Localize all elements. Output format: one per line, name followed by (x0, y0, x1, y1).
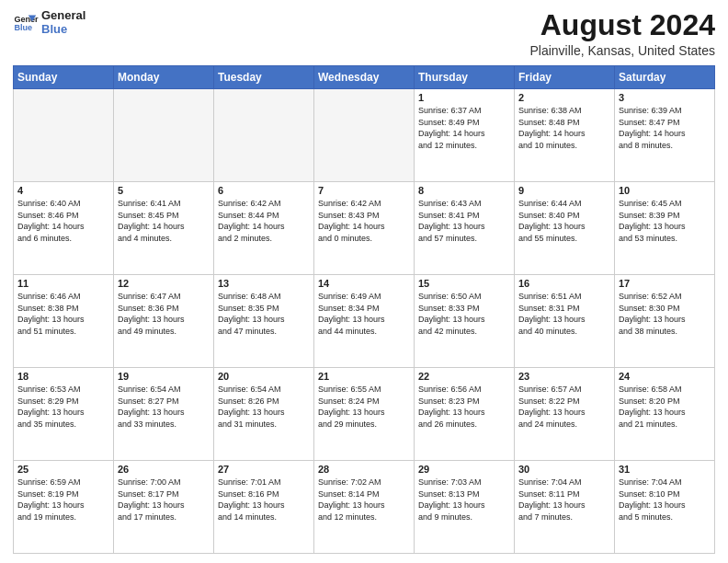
calendar-cell: 28Sunrise: 7:02 AM Sunset: 8:14 PM Dayli… (314, 461, 415, 554)
main-title: August 2024 (529, 9, 715, 41)
day-number: 24 (619, 371, 711, 382)
logo-general: General (41, 9, 85, 23)
weekday-header-thursday: Thursday (415, 66, 515, 89)
logo-icon: General Blue (13, 10, 39, 36)
day-info: Sunrise: 6:52 AM Sunset: 8:30 PM Dayligh… (619, 291, 711, 337)
day-info: Sunrise: 6:44 AM Sunset: 8:40 PM Dayligh… (518, 198, 610, 244)
day-number: 19 (118, 371, 210, 382)
calendar-cell: 30Sunrise: 7:04 AM Sunset: 8:11 PM Dayli… (515, 461, 615, 554)
header: General Blue General Blue August 2024 Pl… (13, 9, 715, 58)
calendar-cell: 9Sunrise: 6:44 AM Sunset: 8:40 PM Daylig… (515, 182, 615, 275)
weekday-header-sunday: Sunday (14, 66, 114, 89)
weekday-header-row: SundayMondayTuesdayWednesdayThursdayFrid… (14, 66, 715, 89)
day-number: 11 (17, 278, 109, 289)
subtitle: Plainville, Kansas, United States (529, 43, 715, 58)
calendar-week-1: 1Sunrise: 6:37 AM Sunset: 8:49 PM Daylig… (14, 89, 715, 182)
logo: General Blue General Blue (13, 9, 85, 37)
day-info: Sunrise: 6:46 AM Sunset: 8:38 PM Dayligh… (17, 291, 109, 337)
calendar-table: SundayMondayTuesdayWednesdayThursdayFrid… (13, 65, 715, 554)
day-info: Sunrise: 6:51 AM Sunset: 8:31 PM Dayligh… (518, 291, 610, 337)
day-info: Sunrise: 6:42 AM Sunset: 8:44 PM Dayligh… (218, 198, 310, 244)
calendar-cell (114, 89, 214, 182)
calendar-cell: 25Sunrise: 6:59 AM Sunset: 8:19 PM Dayli… (14, 461, 114, 554)
day-info: Sunrise: 7:00 AM Sunset: 8:17 PM Dayligh… (118, 477, 210, 523)
calendar-cell: 20Sunrise: 6:54 AM Sunset: 8:26 PM Dayli… (214, 368, 314, 461)
calendar-cell: 10Sunrise: 6:45 AM Sunset: 8:39 PM Dayli… (615, 182, 715, 275)
day-number: 26 (118, 464, 210, 475)
calendar-cell: 4Sunrise: 6:40 AM Sunset: 8:46 PM Daylig… (14, 182, 114, 275)
calendar-cell (214, 89, 314, 182)
page: General Blue General Blue August 2024 Pl… (0, 0, 728, 563)
calendar-cell: 12Sunrise: 6:47 AM Sunset: 8:36 PM Dayli… (114, 275, 214, 368)
day-number: 13 (218, 278, 310, 289)
weekday-header-tuesday: Tuesday (214, 66, 314, 89)
calendar-week-5: 25Sunrise: 6:59 AM Sunset: 8:19 PM Dayli… (14, 461, 715, 554)
day-number: 12 (118, 278, 210, 289)
day-info: Sunrise: 6:54 AM Sunset: 8:27 PM Dayligh… (118, 384, 210, 430)
day-number: 17 (619, 278, 711, 289)
weekday-header-friday: Friday (515, 66, 615, 89)
day-info: Sunrise: 6:42 AM Sunset: 8:43 PM Dayligh… (318, 198, 410, 244)
day-info: Sunrise: 6:45 AM Sunset: 8:39 PM Dayligh… (619, 198, 711, 244)
day-number: 7 (318, 185, 410, 196)
calendar-cell: 17Sunrise: 6:52 AM Sunset: 8:30 PM Dayli… (615, 275, 715, 368)
day-info: Sunrise: 6:47 AM Sunset: 8:36 PM Dayligh… (118, 291, 210, 337)
day-info: Sunrise: 6:56 AM Sunset: 8:23 PM Dayligh… (418, 384, 510, 430)
day-number: 20 (218, 371, 310, 382)
day-info: Sunrise: 6:39 AM Sunset: 8:47 PM Dayligh… (619, 105, 711, 151)
day-number: 29 (418, 464, 510, 475)
day-number: 25 (17, 464, 109, 475)
calendar-cell: 5Sunrise: 6:41 AM Sunset: 8:45 PM Daylig… (114, 182, 214, 275)
day-info: Sunrise: 6:58 AM Sunset: 8:20 PM Dayligh… (619, 384, 711, 430)
calendar-cell: 3Sunrise: 6:39 AM Sunset: 8:47 PM Daylig… (615, 89, 715, 182)
calendar-cell: 18Sunrise: 6:53 AM Sunset: 8:29 PM Dayli… (14, 368, 114, 461)
calendar-cell: 31Sunrise: 7:04 AM Sunset: 8:10 PM Dayli… (615, 461, 715, 554)
day-info: Sunrise: 6:55 AM Sunset: 8:24 PM Dayligh… (318, 384, 410, 430)
calendar-cell (314, 89, 415, 182)
calendar-week-3: 11Sunrise: 6:46 AM Sunset: 8:38 PM Dayli… (14, 275, 715, 368)
calendar-cell: 16Sunrise: 6:51 AM Sunset: 8:31 PM Dayli… (515, 275, 615, 368)
day-info: Sunrise: 7:01 AM Sunset: 8:16 PM Dayligh… (218, 477, 310, 523)
weekday-header-wednesday: Wednesday (314, 66, 415, 89)
calendar-cell: 29Sunrise: 7:03 AM Sunset: 8:13 PM Dayli… (415, 461, 515, 554)
calendar-cell (14, 89, 114, 182)
day-info: Sunrise: 6:37 AM Sunset: 8:49 PM Dayligh… (418, 105, 510, 151)
calendar-cell: 23Sunrise: 6:57 AM Sunset: 8:22 PM Dayli… (515, 368, 615, 461)
calendar-cell: 8Sunrise: 6:43 AM Sunset: 8:41 PM Daylig… (415, 182, 515, 275)
day-number: 1 (418, 92, 510, 103)
day-number: 8 (418, 185, 510, 196)
title-block: August 2024 Plainville, Kansas, United S… (529, 9, 715, 58)
calendar-cell: 15Sunrise: 6:50 AM Sunset: 8:33 PM Dayli… (415, 275, 515, 368)
calendar-cell: 13Sunrise: 6:48 AM Sunset: 8:35 PM Dayli… (214, 275, 314, 368)
day-info: Sunrise: 6:49 AM Sunset: 8:34 PM Dayligh… (318, 291, 410, 337)
calendar-week-2: 4Sunrise: 6:40 AM Sunset: 8:46 PM Daylig… (14, 182, 715, 275)
weekday-header-saturday: Saturday (615, 66, 715, 89)
day-number: 3 (619, 92, 711, 103)
day-info: Sunrise: 6:38 AM Sunset: 8:48 PM Dayligh… (518, 105, 610, 151)
calendar-cell: 14Sunrise: 6:49 AM Sunset: 8:34 PM Dayli… (314, 275, 415, 368)
day-number: 16 (518, 278, 610, 289)
day-number: 22 (418, 371, 510, 382)
calendar-cell: 1Sunrise: 6:37 AM Sunset: 8:49 PM Daylig… (415, 89, 515, 182)
weekday-header-monday: Monday (114, 66, 214, 89)
day-info: Sunrise: 6:43 AM Sunset: 8:41 PM Dayligh… (418, 198, 510, 244)
calendar-cell: 19Sunrise: 6:54 AM Sunset: 8:27 PM Dayli… (114, 368, 214, 461)
day-number: 4 (17, 185, 109, 196)
day-info: Sunrise: 7:04 AM Sunset: 8:10 PM Dayligh… (619, 477, 711, 523)
day-info: Sunrise: 6:48 AM Sunset: 8:35 PM Dayligh… (218, 291, 310, 337)
day-number: 21 (318, 371, 410, 382)
day-number: 30 (518, 464, 610, 475)
day-number: 23 (518, 371, 610, 382)
day-number: 5 (118, 185, 210, 196)
day-info: Sunrise: 6:57 AM Sunset: 8:22 PM Dayligh… (518, 384, 610, 430)
day-number: 15 (418, 278, 510, 289)
day-number: 2 (518, 92, 610, 103)
calendar-cell: 2Sunrise: 6:38 AM Sunset: 8:48 PM Daylig… (515, 89, 615, 182)
day-number: 6 (218, 185, 310, 196)
calendar-cell: 11Sunrise: 6:46 AM Sunset: 8:38 PM Dayli… (14, 275, 114, 368)
calendar-cell: 6Sunrise: 6:42 AM Sunset: 8:44 PM Daylig… (214, 182, 314, 275)
day-info: Sunrise: 6:41 AM Sunset: 8:45 PM Dayligh… (118, 198, 210, 244)
day-number: 31 (619, 464, 711, 475)
calendar-cell: 7Sunrise: 6:42 AM Sunset: 8:43 PM Daylig… (314, 182, 415, 275)
day-number: 10 (619, 185, 711, 196)
